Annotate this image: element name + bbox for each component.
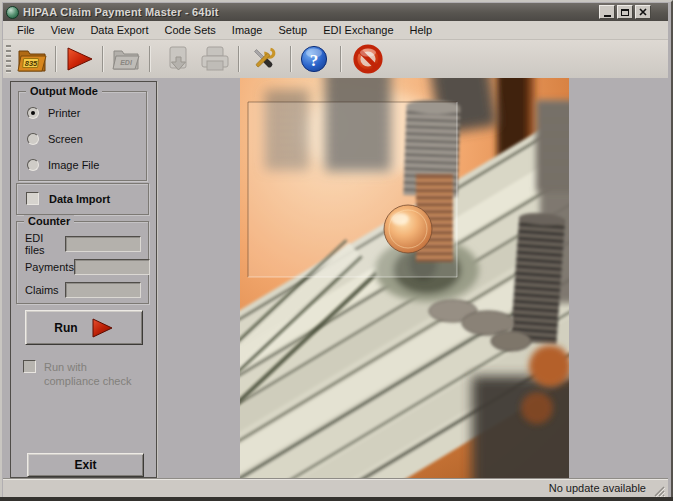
edi-files-field xyxy=(65,236,141,252)
control-panel: Output Mode Printer Screen Image File xyxy=(10,81,157,478)
minimize-icon xyxy=(604,15,611,17)
edi-folder-button: EDI xyxy=(108,42,144,76)
data-import-label: Data Import xyxy=(49,193,110,205)
close-icon xyxy=(639,8,647,16)
claims-field xyxy=(65,282,141,298)
run-button[interactable]: Run xyxy=(25,310,143,345)
toolbar-separator xyxy=(290,46,291,72)
payments-field xyxy=(74,259,150,275)
menu-code-sets[interactable]: Code Sets xyxy=(156,22,223,38)
close-button[interactable] xyxy=(635,5,651,19)
folder-edi-icon: EDI xyxy=(111,46,141,72)
svg-text:835: 835 xyxy=(25,59,38,68)
status-text: No update available xyxy=(549,482,646,494)
counter-row-claims: Claims xyxy=(25,282,141,298)
printer-icon xyxy=(199,46,231,72)
radio-screen-icon[interactable] xyxy=(27,133,39,145)
counter-group: Counter EDI files Payments Claims xyxy=(16,221,149,304)
data-import-checkbox[interactable] xyxy=(26,192,39,205)
maximize-button[interactable] xyxy=(617,5,633,19)
document-export-icon xyxy=(164,45,194,73)
toolbar-gripper[interactable] xyxy=(6,45,11,73)
toolbar-separator xyxy=(55,46,56,72)
counter-row-edi-files: EDI files xyxy=(25,236,141,252)
window-title: HIPAA Claim Payment Master - 64bit xyxy=(23,6,595,18)
play-icon xyxy=(63,46,95,72)
money-photo-image xyxy=(240,78,569,478)
run-toolbar-button[interactable] xyxy=(61,42,97,76)
resize-grip[interactable] xyxy=(652,484,665,497)
radio-printer-icon[interactable] xyxy=(27,107,39,119)
radio-image-file-icon[interactable] xyxy=(27,159,39,171)
help-icon: ? xyxy=(299,44,329,74)
exit-button[interactable]: Exit xyxy=(27,453,144,477)
statusbar: No update available xyxy=(3,478,668,497)
toolbar-separator xyxy=(238,46,239,72)
help-button[interactable]: ? xyxy=(296,42,332,76)
data-import-row[interactable]: Data Import xyxy=(17,184,148,205)
menu-edi-exchange[interactable]: EDI Exchange xyxy=(315,22,401,38)
svg-text:?: ? xyxy=(310,51,319,70)
data-import-group: Data Import xyxy=(16,183,149,215)
client-area: Output Mode Printer Screen Image File xyxy=(3,78,668,479)
compliance-label: Run with compliance check xyxy=(44,360,138,389)
radio-printer[interactable]: Printer xyxy=(27,106,146,120)
output-mode-title: Output Mode xyxy=(26,85,102,98)
menu-setup[interactable]: Setup xyxy=(270,22,315,38)
menu-view[interactable]: View xyxy=(43,22,83,38)
minimize-button[interactable] xyxy=(599,5,615,19)
menu-data-export[interactable]: Data Export xyxy=(82,22,156,38)
toolbar-separator xyxy=(102,46,103,72)
print-button xyxy=(197,42,233,76)
output-mode-group: Output Mode Printer Screen Image File xyxy=(18,91,147,181)
radio-screen[interactable]: Screen xyxy=(27,132,146,146)
counter-row-payments: Payments xyxy=(25,259,141,275)
folder-835-icon: 835 xyxy=(16,45,48,73)
svg-text:EDI: EDI xyxy=(120,59,133,66)
maximize-icon xyxy=(621,9,629,16)
toolbar-separator xyxy=(149,46,150,72)
counter-title: Counter xyxy=(24,215,74,228)
window-controls xyxy=(599,5,665,19)
window-bottom-frame xyxy=(0,497,673,501)
menu-image[interactable]: Image xyxy=(224,22,271,38)
run-play-icon xyxy=(90,318,114,338)
stop-button[interactable] xyxy=(350,42,386,76)
titlebar: HIPAA Claim Payment Master - 64bit xyxy=(3,3,668,21)
toolbar: 835 EDI xyxy=(3,40,668,78)
app-window: HIPAA Claim Payment Master - 64bit File … xyxy=(0,0,673,501)
radio-image-file[interactable]: Image File xyxy=(27,158,146,172)
stop-icon xyxy=(353,44,383,74)
tools-icon xyxy=(248,44,280,74)
compliance-checkbox xyxy=(23,360,36,373)
compliance-check-row: Run with compliance check xyxy=(23,360,138,389)
menu-file[interactable]: File xyxy=(9,22,43,38)
export-document-button xyxy=(161,42,197,76)
money-photo xyxy=(240,78,569,478)
open-835-folder-button[interactable]: 835 xyxy=(14,42,50,76)
menu-help[interactable]: Help xyxy=(402,22,441,38)
settings-tools-button[interactable] xyxy=(246,42,282,76)
toolbar-separator xyxy=(340,46,341,72)
app-icon xyxy=(6,6,19,19)
menubar: File View Data Export Code Sets Image Se… xyxy=(3,21,668,40)
